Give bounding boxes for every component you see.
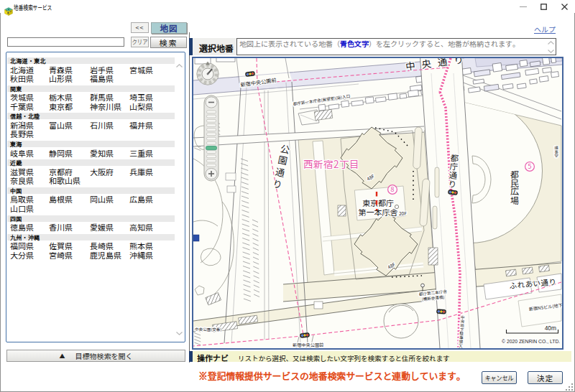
prefecture-row: 長野県 bbox=[7, 129, 175, 139]
prefecture-item[interactable]: 富山県 bbox=[49, 121, 90, 130]
prefecture-item[interactable]: 兵庫県 bbox=[129, 167, 175, 177]
map-label-copyright: © 2020 ZENRIN CO., LTD. bbox=[502, 339, 560, 344]
prefecture-item[interactable]: 山口県 bbox=[10, 204, 49, 213]
prefecture-item[interactable]: 長野県 bbox=[10, 129, 49, 139]
prefecture-item[interactable]: 愛媛県 bbox=[90, 223, 129, 232]
hint-scrollbar[interactable] bbox=[546, 39, 555, 55]
prefecture-item[interactable]: 千葉県 bbox=[10, 102, 49, 111]
prefecture-item[interactable]: 石川県 bbox=[90, 121, 129, 130]
search-button[interactable]: 検索 bbox=[150, 37, 187, 48]
prefecture-row: 徳島県香川県愛媛県高知県 bbox=[7, 223, 175, 232]
selected-lot-label: 選択地番 bbox=[199, 42, 234, 54]
operation-nav-bar: 操作ナビ リストから選択、又は検索したい文字列を検索すると住所を絞れます bbox=[189, 351, 571, 362]
prefecture-row: 大分県宮崎県鹿児島県沖縄県 bbox=[7, 251, 175, 260]
prefecture-item[interactable]: 島根県 bbox=[49, 195, 90, 204]
landmark-search-label: 目標物検索を開く bbox=[75, 350, 133, 361]
nav-label: 操作ナビ bbox=[197, 352, 229, 363]
hint-text-blue: 青色文字 bbox=[340, 38, 369, 49]
resize-grip[interactable] bbox=[566, 383, 573, 391]
prefecture-row: 岐阜県静岡県愛知県三重県 bbox=[7, 149, 175, 158]
region-header: 北海道・東北 bbox=[7, 57, 175, 64]
prefecture-row: 千葉県東京都神奈川県山梨県 bbox=[7, 102, 175, 111]
prefecture-item[interactable]: 山形県 bbox=[49, 74, 90, 83]
prefecture-item[interactable]: 三重県 bbox=[129, 149, 175, 158]
landmark-search-button[interactable]: ▲ 目標物検索を開く bbox=[6, 350, 185, 362]
map-label-tocho-2: 第一本庁舎 bbox=[359, 206, 398, 218]
cancel-button[interactable]: キャンセル bbox=[482, 371, 517, 384]
hint-text-post: ）を左クリックすると、地番が格納されます。 bbox=[369, 38, 520, 49]
map-label-koen-mae-bottom: 新宿中央公園前 bbox=[293, 342, 323, 348]
map-label-tomin-hiroba: 都民広場 bbox=[509, 169, 521, 205]
prefecture-item[interactable]: 徳島県 bbox=[10, 223, 49, 232]
link-notice-text: ※登記情報提供サービスの地番検索サービスと連動しています。 bbox=[198, 368, 466, 383]
prefecture-row: 奈良県和歌山県 bbox=[7, 176, 175, 185]
prefecture-item[interactable]: 高知県 bbox=[129, 223, 175, 232]
zoom-level-indicator[interactable] bbox=[206, 146, 217, 150]
prefecture-item[interactable]: 福島県 bbox=[90, 74, 129, 83]
prefecture-list[interactable]: 北海道・東北北海道青森県岩手県宮城県秋田県山形県福島県関東茨城県栃木県群馬県埼玉… bbox=[6, 52, 185, 342]
panel-separator bbox=[189, 32, 190, 363]
map-label-scale: 40m bbox=[545, 325, 556, 332]
prefecture-row: 山口県 bbox=[7, 204, 175, 213]
list-scroll-down-icon[interactable] bbox=[175, 327, 183, 336]
triangle-up-icon: ▲ bbox=[60, 352, 65, 360]
close-button[interactable] bbox=[554, 0, 575, 13]
clear-button[interactable]: クリア bbox=[131, 37, 149, 47]
map-label-num8: 8 bbox=[390, 184, 394, 194]
region-header: 近畿 bbox=[7, 159, 175, 166]
prefecture-item[interactable]: 山梨県 bbox=[129, 102, 175, 111]
prefecture-item[interactable]: 岡山県 bbox=[90, 195, 129, 204]
map-label-nishi-shinjuku: 西新宿2丁目 bbox=[303, 157, 359, 171]
selected-lot-row: 選択地番 地図上に表示されている地番（青色文字）を左クリックすると、地番が格納さ… bbox=[189, 38, 556, 55]
prefecture-item[interactable]: 鹿児島県 bbox=[90, 251, 129, 260]
list-scroll-up-icon[interactable] bbox=[175, 60, 183, 68]
zoom-slider[interactable] bbox=[204, 95, 218, 181]
ok-button[interactable]: 決定 bbox=[528, 371, 563, 384]
map-label-num5: 5 bbox=[528, 161, 531, 171]
hint-text-pre: 地図上に表示されている地番（ bbox=[239, 38, 340, 49]
prefecture-item[interactable]: 静岡県 bbox=[49, 149, 90, 158]
minimize-button[interactable] bbox=[512, 0, 533, 13]
app-window: 地番検索サービス << 地図 クリア 検索 北海道・東北北海道青森県岩手県宮城県… bbox=[0, 0, 575, 392]
prefecture-item[interactable]: 福井県 bbox=[129, 121, 175, 130]
search-input[interactable] bbox=[7, 37, 124, 47]
region-header: 東海 bbox=[7, 141, 175, 147]
prefecture-row: 秋田県山形県福島県 bbox=[7, 74, 175, 83]
help-link[interactable]: ヘルプ bbox=[534, 24, 556, 34]
selected-lot-value-box[interactable]: 地図上に表示されている地番（青色文字）を左クリックすると、地番が格納されます。 bbox=[236, 38, 556, 55]
nav-accent bbox=[189, 351, 193, 362]
map-canvas[interactable]: 中央通り 新宿中央公園前 都庁第一本庁舎(展望室)(南)入口 西新宿2丁目 公園… bbox=[193, 58, 562, 348]
collapse-panel-button[interactable]: << bbox=[131, 22, 149, 33]
prefecture-item[interactable]: 宮城県 bbox=[129, 65, 175, 75]
prefecture-item[interactable]: 岐阜県 bbox=[10, 149, 49, 158]
prefecture-item[interactable]: 愛知県 bbox=[90, 149, 129, 158]
prefecture-item[interactable]: 香川県 bbox=[49, 223, 90, 232]
prefecture-item[interactable]: 東京都 bbox=[49, 102, 90, 111]
prefecture-item[interactable]: 宮崎県 bbox=[49, 251, 90, 260]
prefecture-item[interactable]: 和歌山県 bbox=[49, 176, 90, 185]
prefecture-item[interactable]: 広島県 bbox=[129, 195, 175, 204]
window-title: 地番検索サービス bbox=[14, 3, 52, 12]
nav-text: リストから選択、又は検索したい文字列を検索すると住所を絞れます bbox=[238, 353, 450, 363]
app-icon bbox=[4, 2, 13, 11]
map-label-20f: 20F bbox=[399, 210, 407, 217]
prefecture-item[interactable]: 大分県 bbox=[10, 251, 49, 260]
map-label-koban: 中央公園(交番) bbox=[195, 327, 221, 332]
prefecture-item[interactable]: 奈良県 bbox=[10, 176, 49, 185]
clear-button-label: クリア bbox=[132, 37, 147, 47]
cancel-button-label: キャンセル bbox=[485, 373, 514, 383]
title-bar: 地番検索サービス bbox=[0, 0, 575, 13]
map-toggle-button[interactable]: 地図 bbox=[151, 22, 187, 34]
prefecture-item[interactable]: 大阪府 bbox=[90, 167, 129, 177]
prefecture-item[interactable]: 神奈川県 bbox=[90, 102, 129, 111]
maximize-button[interactable] bbox=[533, 0, 554, 13]
prefecture-item[interactable]: 沖縄県 bbox=[129, 251, 175, 260]
prefecture-item[interactable]: 秋田県 bbox=[10, 74, 49, 83]
map-label-gikai: 議事堂 bbox=[553, 146, 559, 158]
map-panel[interactable]: 中央通り 新宿中央公園前 都庁第一本庁舎(展望室)(南)入口 西新宿2丁目 公園… bbox=[192, 57, 564, 350]
